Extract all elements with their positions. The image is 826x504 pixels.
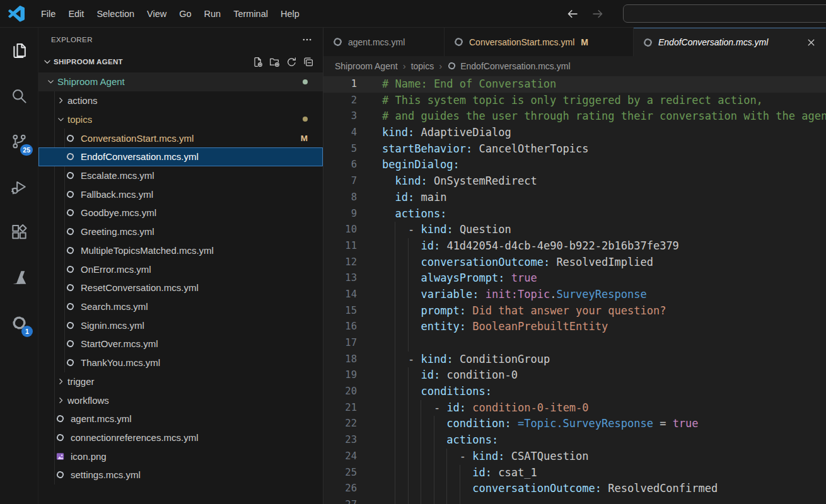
- menu-selection[interactable]: Selection: [90, 5, 141, 23]
- tree-item-fallback-mcs-yml[interactable]: Fallback.mcs.yml: [38, 185, 323, 203]
- tree-item-connectionreferences-mcs-yml[interactable]: connectionreferences.mcs.yml: [38, 428, 323, 447]
- breadcrumb-item-shiproom-agent[interactable]: Shiproom Agent: [335, 61, 398, 71]
- indent-guide: [446, 481, 447, 497]
- code-token: SurveyResponse: [556, 288, 646, 301]
- azure-icon: [11, 269, 28, 286]
- mcs-file-icon: [453, 37, 464, 47]
- menu-run[interactable]: Run: [198, 5, 228, 23]
- tree-item-startover-mcs-yml[interactable]: StartOver.mcs.yml: [38, 335, 323, 353]
- code-token: [511, 417, 518, 430]
- mcs-file-icon: [65, 320, 76, 330]
- line-number: 6: [323, 157, 357, 173]
- mcs-file-icon: [65, 245, 76, 255]
- mcs-file-icon: [447, 61, 457, 71]
- tree-item-endofconversation-mcs-yml[interactable]: EndofConversation.mcs.yml: [38, 147, 323, 166]
- indent-guide: [408, 367, 409, 384]
- code-token: actions:: [446, 433, 498, 446]
- tree-item-goodbye-mcs-yml[interactable]: Goodbye.mcs.yml: [38, 203, 323, 222]
- indent-guide: [421, 449, 421, 465]
- line-number: 4: [323, 125, 357, 141]
- nav-back-icon[interactable]: [566, 7, 579, 21]
- mcs-file-icon: [65, 283, 76, 293]
- mcs-file-icon: [65, 358, 76, 368]
- code-token: kind:: [421, 223, 453, 236]
- indent-guide: [395, 287, 395, 303]
- menu-view[interactable]: View: [141, 5, 173, 23]
- close-icon[interactable]: [806, 37, 817, 48]
- command-center-search[interactable]: [623, 4, 826, 23]
- indent-guide: [395, 449, 395, 465]
- tree-item-thankyou-mcs-yml[interactable]: ThankYou.mcs.yml: [38, 353, 323, 372]
- tab-conversationstart-mcs-yml[interactable]: ConversationStart.mcs.ymlM: [445, 28, 634, 56]
- tree-item-trigger[interactable]: trigger: [38, 372, 323, 391]
- line-number: 13: [323, 270, 357, 287]
- tree-item-greeting-mcs-yml[interactable]: Greeting.mcs.yml: [38, 222, 323, 241]
- tree-item-shiproom-agent[interactable]: Shiproom Agent: [38, 72, 323, 91]
- new-file-icon[interactable]: [252, 57, 263, 67]
- refresh-icon[interactable]: [286, 57, 297, 67]
- history-navigation: [566, 0, 605, 28]
- tree-item-settings-mcs-yml[interactable]: settings.mcs.yml: [38, 466, 323, 484]
- tree-item-actions[interactable]: actions: [38, 91, 323, 110]
- activity-search-icon[interactable]: [0, 73, 38, 118]
- line-number: 9: [323, 206, 357, 222]
- ellipsis-icon[interactable]: [301, 34, 313, 45]
- code-line-14: 14 variable: init:Topic.SurveyResponse: [323, 287, 826, 303]
- tab-agent-mcs-yml[interactable]: agent.mcs.yml: [323, 28, 445, 56]
- collapse-all-icon[interactable]: [303, 57, 314, 67]
- indent-guide: [421, 416, 421, 432]
- code-token: [382, 256, 421, 268]
- breadcrumb-item-topics[interactable]: topics: [411, 61, 434, 71]
- menu-terminal[interactable]: Terminal: [227, 5, 274, 23]
- sidebar-title: EXPLORER: [51, 36, 93, 43]
- menu-go[interactable]: Go: [173, 5, 197, 23]
- tree-item-agent-mcs-yml[interactable]: agent.mcs.yml: [38, 410, 323, 428]
- tree-item-signin-mcs-yml[interactable]: Signin.mcs.yml: [38, 316, 323, 335]
- new-folder-icon[interactable]: [269, 57, 280, 67]
- code-token: ResolvedImplied: [556, 256, 653, 268]
- breadcrumb-label: EndofConversation.mcs.yml: [460, 61, 570, 71]
- menu-file[interactable]: File: [35, 5, 62, 23]
- tree-item-multipletopicsmatched-mcs-yml[interactable]: MultipleTopicsMatched.mcs.yml: [38, 241, 323, 260]
- tab-label: agent.mcs.yml: [348, 37, 405, 47]
- activity-source-control-icon[interactable]: 25: [0, 118, 38, 164]
- indent-guide: [408, 270, 409, 287]
- editor-code[interactable]: 1# Name: End of Conversation2# This syst…: [323, 76, 826, 504]
- tree-item-label: Greeting.mcs.yml: [81, 226, 154, 237]
- indent-guide: [460, 497, 460, 504]
- activity-copilot-studio-icon[interactable]: 1: [0, 300, 38, 345]
- code-line-18: 18 - kind: ConditionGroup: [323, 352, 826, 368]
- activity-badge: 1: [21, 326, 33, 337]
- nav-forward-icon[interactable]: [591, 7, 605, 21]
- tree-item-icon-png[interactable]: icon.png: [38, 447, 323, 466]
- indent-guide: [395, 238, 395, 255]
- git-modified-badge: M: [301, 134, 308, 143]
- tree-item-workflows[interactable]: workflows: [38, 391, 323, 410]
- tree-item-escalate-mcs-yml[interactable]: Escalate.mcs.yml: [38, 166, 323, 185]
- tab-endofconversation-mcs-yml[interactable]: EndofConversation.mcs.yml: [634, 28, 826, 56]
- tree-item-label: actions: [67, 95, 98, 106]
- workspace-section-header[interactable]: SHIPROOM AGENT: [38, 51, 323, 72]
- activity-extensions-icon[interactable]: [0, 209, 38, 255]
- chevron-right-icon: [55, 96, 66, 106]
- menu-edit[interactable]: Edit: [62, 5, 90, 23]
- activity-explorer-icon[interactable]: [0, 28, 38, 73]
- menu-help[interactable]: Help: [274, 5, 306, 23]
- line-number: 16: [323, 319, 357, 335]
- activity-run-debug-icon[interactable]: [0, 164, 38, 209]
- line-number: 11: [323, 238, 357, 255]
- indent-guide: [408, 497, 409, 504]
- indent-guide: [395, 335, 395, 352]
- tree-item-topics[interactable]: topics: [38, 110, 323, 129]
- breadcrumb-item-endofconversation-mcs-yml[interactable]: EndofConversation.mcs.yml: [447, 61, 570, 71]
- tree-item-onerror-mcs-yml[interactable]: OnError.mcs.yml: [38, 260, 323, 278]
- tree-item-resetconversation-mcs-yml[interactable]: ResetConversation.mcs.yml: [38, 278, 323, 297]
- activity-azure-icon[interactable]: [0, 255, 38, 300]
- line-number: 7: [323, 173, 357, 190]
- indent-guide: [395, 400, 395, 416]
- tree-item-label: trigger: [67, 376, 95, 387]
- run-debug-icon: [11, 178, 28, 195]
- tree-item-conversationstart-mcs-yml[interactable]: ConversationStart.mcs.ymlM: [38, 129, 323, 147]
- code-token: -: [408, 353, 421, 365]
- tree-item-search-mcs-yml[interactable]: Search.mcs.yml: [38, 297, 323, 316]
